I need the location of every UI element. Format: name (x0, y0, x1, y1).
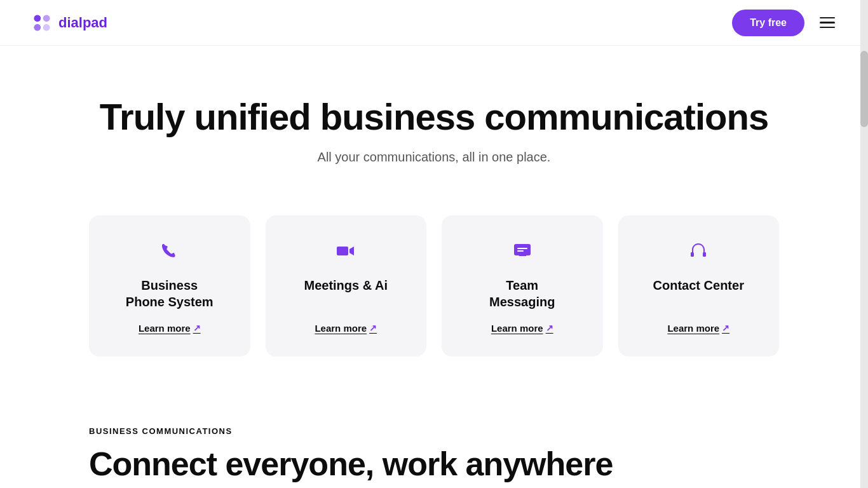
learn-more-text: Learn more (667, 323, 719, 334)
bottom-label: BUSINESS COMMUNICATIONS (89, 426, 779, 436)
card-meetings-ai-learn-more[interactable]: Learn more ↗ (315, 323, 377, 334)
card-business-phone-learn-more[interactable]: Learn more ↗ (139, 323, 201, 334)
card-meetings-ai[interactable]: Meetings & Ai Learn more ↗ (266, 215, 427, 356)
video-icon (336, 241, 356, 264)
try-free-button[interactable]: Try free (732, 10, 804, 36)
svg-rect-7 (517, 250, 524, 252)
card-contact-center-learn-more[interactable]: Learn more ↗ (667, 323, 729, 334)
card-team-messaging[interactable]: TeamMessaging Learn more ↗ (442, 215, 603, 356)
learn-more-text: Learn more (315, 323, 367, 334)
cards-section: BusinessPhone System Learn more ↗ Meetin… (0, 203, 868, 395)
card-business-phone-title: BusinessPhone System (126, 277, 214, 310)
card-team-messaging-learn-more[interactable]: Learn more ↗ (491, 323, 553, 334)
svg-rect-6 (517, 248, 527, 249)
svg-point-3 (43, 24, 50, 30)
scrollbar[interactable] (860, 0, 868, 488)
learn-more-text: Learn more (139, 323, 191, 334)
logo-text: dialpad (58, 15, 107, 31)
card-meetings-ai-title: Meetings & Ai (304, 277, 388, 294)
headset-icon (688, 241, 709, 264)
navbar: dialpad Try free (0, 0, 868, 46)
svg-rect-5 (514, 244, 531, 255)
hamburger-line-3 (820, 27, 835, 29)
menu-button[interactable] (817, 15, 837, 31)
card-team-messaging-title: TeamMessaging (489, 277, 555, 310)
logo-icon (31, 11, 53, 34)
svg-point-0 (34, 15, 41, 22)
hamburger-line-2 (820, 22, 835, 24)
svg-rect-8 (691, 252, 694, 257)
svg-rect-9 (703, 252, 706, 257)
chat-icon (512, 241, 532, 264)
arrow-icon: ↗ (369, 323, 377, 333)
bottom-section: BUSINESS COMMUNICATIONS Connect everyone… (0, 395, 868, 488)
arrow-icon: ↗ (546, 323, 553, 333)
logo[interactable]: dialpad (31, 11, 107, 34)
hero-title: Truly unified business communications (31, 97, 837, 137)
arrow-icon: ↗ (193, 323, 201, 333)
phone-icon (159, 241, 180, 264)
svg-point-2 (34, 24, 41, 30)
hamburger-line-1 (820, 17, 835, 19)
bottom-title: Connect everyone, work anywhere (89, 446, 779, 482)
nav-actions: Try free (732, 10, 837, 36)
svg-point-1 (43, 15, 50, 22)
learn-more-text: Learn more (491, 323, 543, 334)
svg-rect-4 (337, 247, 348, 255)
card-contact-center[interactable]: Contact Center Learn more ↗ (618, 215, 780, 356)
arrow-icon: ↗ (722, 323, 729, 333)
hero-section: Truly unified business communications Al… (0, 46, 868, 203)
card-business-phone[interactable]: BusinessPhone System Learn more ↗ (89, 215, 250, 356)
scrollbar-thumb[interactable] (860, 51, 868, 127)
card-contact-center-title: Contact Center (653, 277, 744, 294)
hero-subtitle: All your communications, all in one plac… (31, 150, 837, 165)
